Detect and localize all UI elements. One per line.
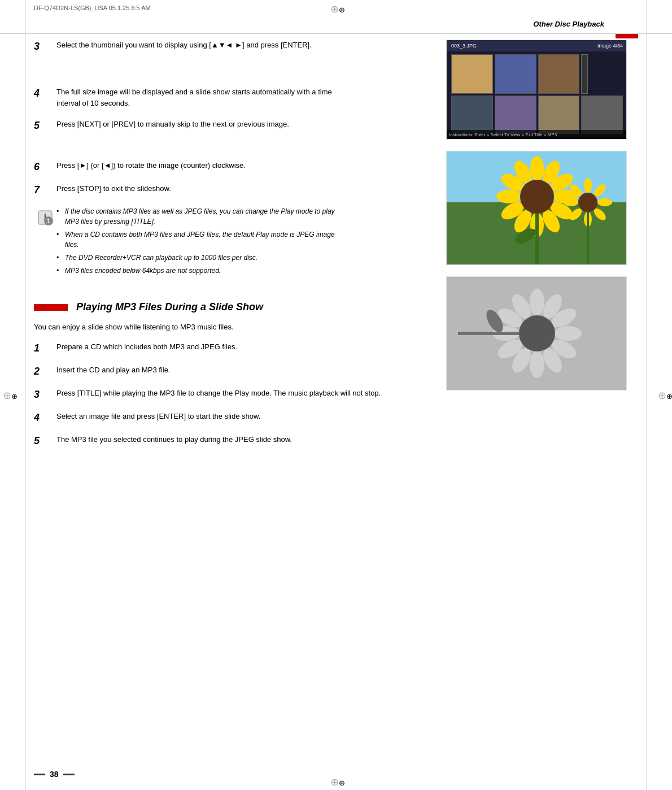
mp3-step-2-number: 2 [34, 366, 56, 377]
mp3-step-5-row: 5 The MP3 file you selected continues to… [34, 434, 638, 447]
left-margin [25, 0, 26, 790]
step-4-row: 4 The full size image will be displayed … [34, 86, 361, 108]
note-item-1: If the disc contains MP3 files as well a… [56, 206, 350, 227]
accent-bar [616, 34, 638, 38]
footer-bar-right [63, 774, 75, 775]
step-5-number: 5 [34, 120, 56, 132]
mp3-step-4-row: 4 Select an image file and press [ENTER]… [34, 411, 638, 424]
svg-point-29 [578, 193, 597, 212]
step-7-text: Press [STOP] to exit the slideshow. [56, 183, 361, 194]
mp3-section-title: Playing MP3 Files During a Slide Show [76, 301, 263, 313]
thumb-3 [538, 54, 580, 94]
thumbnail-grid: 003_3.JPG Image 4/34 [447, 40, 627, 139]
step-5-text: Press [NEXT] or [PREV] to manually skip … [56, 119, 361, 130]
sunflower-display-1 [447, 151, 627, 264]
thumbnail-cells [447, 40, 627, 139]
left-text-col: 3 Select the thumbnail you want to displ… [34, 40, 361, 284]
svg-point-41 [530, 289, 544, 316]
header-bar: DF-Q74D2N-LS(GB)_USA 05.1.25 6:5 AM Othe… [0, 0, 672, 34]
step-7-number: 7 [34, 184, 56, 196]
step-3-text: Select the thumbnail you want to display… [56, 40, 361, 51]
main-content: 3 Select the thumbnail you want to displ… [34, 40, 638, 745]
notes-section: i 1 If the disc contains MP3 files as we… [34, 206, 361, 279]
thumb-5 [495, 96, 536, 135]
step-3-row: 3 Select the thumbnail you want to displ… [34, 40, 361, 53]
page-container: ⊕ ⊕ ⊕ ⊕ DF-Q74D2N-LS(GB)_USA 05.1.25 6:5… [0, 0, 672, 790]
mp3-step-1-number: 1 [34, 342, 56, 354]
mp3-step-3-text: Press [TITLE] while playing the MP3 file… [56, 388, 638, 399]
thumb-7 [581, 96, 623, 135]
step-6-row: 6 Press [►] (or [◄]) to rotate the image… [34, 160, 361, 173]
svg-point-6 [530, 156, 544, 181]
mp3-step-4-text: Select an image file and press [ENTER] t… [56, 411, 638, 422]
note-item-2: When a CD contains both MP3 files and JP… [56, 229, 350, 250]
step-5-row: 5 Press [NEXT] or [PREV] to manually ski… [34, 119, 361, 132]
thumbnail-header: 003_3.JPG Image 4/34 [447, 40, 627, 51]
svg-text:1: 1 [47, 218, 50, 224]
sunflower-svg-1 [447, 151, 627, 264]
right-margin [646, 0, 647, 790]
sunflower-image-1 [446, 151, 627, 265]
step-3-number: 3 [34, 41, 56, 53]
mp3-step-1-text: Prepare a CD which includes both MP3 and… [56, 341, 638, 353]
thumb-scrollbar [581, 54, 588, 94]
reg-mark-right: ⊕ [658, 389, 669, 401]
note-item-4: MP3 files encoded below 64kbps are not s… [56, 266, 350, 276]
notes-icon: i 1 [34, 206, 56, 229]
step-6-text: Press [►] (or [◄]) to rotate the image (… [56, 160, 361, 171]
thumbnail-grid-box: 003_3.JPG Image 4/34 [446, 40, 627, 140]
svg-point-27 [564, 198, 578, 206]
mp3-step-5-number: 5 [34, 435, 56, 447]
thumbnail-count: Image 4/34 [597, 43, 623, 49]
step-6-number: 6 [34, 161, 56, 173]
thumb-1 [451, 54, 493, 94]
svg-point-32 [555, 326, 582, 341]
step-4-number: 4 [34, 88, 56, 99]
svg-point-21 [584, 178, 592, 193]
footer-bar-left [34, 774, 45, 775]
content-images-layout: 3 Select the thumbnail you want to displ… [34, 40, 638, 284]
svg-point-15 [496, 190, 521, 203]
mp3-step-4-number: 4 [34, 412, 56, 424]
step-4-text: The full size image will be displayed an… [56, 86, 361, 108]
divider-bar [34, 304, 68, 311]
info-icon: i 1 [36, 209, 54, 227]
mp3-step-5-text: The MP3 file you selected continues to p… [56, 434, 638, 445]
thumbnail-footer-text: Instructions: Enter = Select Tv View = E… [449, 132, 557, 137]
reg-mark-left: ⊕ [3, 389, 14, 401]
thumbnail-footer: Instructions: Enter = Select Tv View = E… [447, 130, 627, 139]
svg-point-23 [597, 198, 612, 206]
thumbnail-filename: 003_3.JPG [451, 43, 477, 49]
mp3-step-3-number: 3 [34, 389, 56, 401]
svg-point-18 [520, 180, 554, 214]
mp3-step-3-row: 3 Press [TITLE] while playing the MP3 fi… [34, 388, 638, 401]
page-number: 38 [50, 770, 59, 779]
footer: 38 [34, 770, 75, 779]
mp3-step-1-row: 1 Prepare a CD which includes both MP3 a… [34, 341, 638, 354]
notes-list: If the disc contains MP3 files as well a… [56, 206, 361, 279]
mp3-step-2-text: Insert the CD and play an MP3 file. [56, 364, 638, 376]
thumb-4 [451, 96, 493, 135]
doc-info: DF-Q74D2N-LS(GB)_USA 05.1.25 6:5 AM [34, 5, 151, 11]
reg-mark-bottom: ⊕ [330, 776, 342, 787]
thumb-6 [538, 96, 580, 135]
page-title: Other Disc Playback [533, 20, 604, 28]
step-7-row: 7 Press [STOP] to exit the slideshow. [34, 183, 361, 196]
note-item-3: The DVD Recorder+VCR can playback up to … [56, 253, 350, 263]
mp3-step-2-row: 2 Insert the CD and play an MP3 file. [34, 364, 638, 377]
thumb-2 [495, 54, 536, 94]
